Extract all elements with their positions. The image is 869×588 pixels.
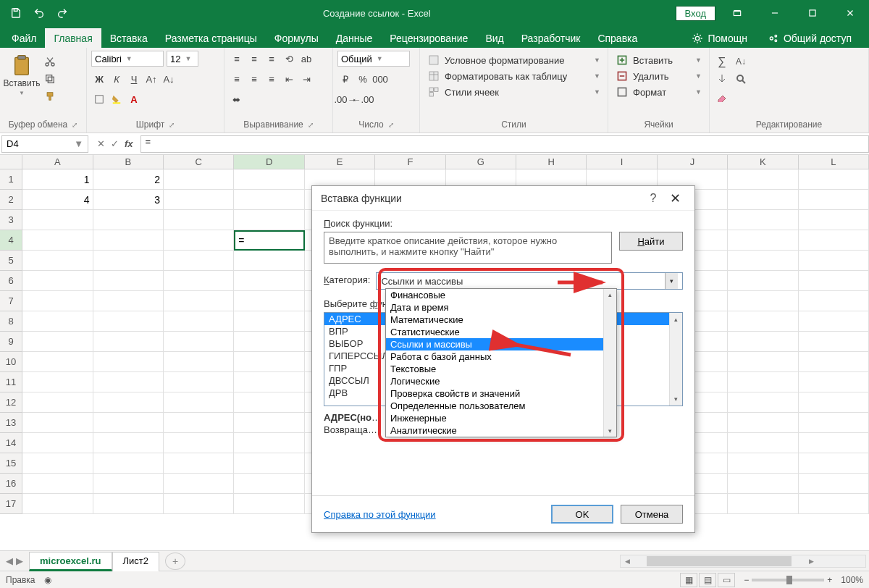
row-header[interactable]: 4 bbox=[0, 230, 22, 251]
category-option[interactable]: Работа с базой данных bbox=[386, 350, 616, 363]
cell[interactable] bbox=[164, 291, 234, 311]
cell[interactable] bbox=[164, 474, 234, 494]
cell[interactable] bbox=[164, 210, 234, 230]
cell[interactable] bbox=[728, 433, 798, 453]
help-link[interactable]: Справка по этой функции bbox=[324, 509, 436, 520]
page-layout-view-icon[interactable]: ▤ bbox=[699, 573, 716, 587]
sheet-tab[interactable]: Лист2 bbox=[112, 552, 159, 571]
row-header[interactable]: 9 bbox=[0, 332, 22, 352]
cell[interactable] bbox=[799, 210, 869, 230]
page-break-view-icon[interactable]: ▭ bbox=[718, 573, 735, 587]
ribbon-options-icon[interactable] bbox=[721, 0, 753, 26]
cell[interactable] bbox=[728, 453, 798, 474]
clear-icon[interactable] bbox=[714, 90, 730, 103]
col-header[interactable]: J bbox=[658, 155, 728, 169]
launcher-icon[interactable]: ⤢ bbox=[72, 121, 77, 129]
delete-cells-button[interactable]: Удалить▼ bbox=[613, 70, 705, 83]
align-left-icon[interactable]: ≡ bbox=[229, 71, 245, 87]
row-header[interactable]: 15 bbox=[0, 453, 22, 474]
search-input[interactable]: Введите краткое описание действия, котор… bbox=[324, 232, 612, 264]
cell[interactable] bbox=[93, 230, 164, 251]
cell[interactable] bbox=[93, 251, 164, 271]
cell[interactable]: 2 bbox=[93, 169, 164, 190]
cell[interactable] bbox=[799, 372, 869, 392]
cell[interactable] bbox=[93, 210, 164, 230]
tab-Вставка[interactable]: Вставка bbox=[101, 28, 156, 48]
cell[interactable] bbox=[234, 433, 304, 453]
decrease-decimal-icon[interactable]: ←.00 bbox=[355, 91, 371, 107]
macro-record-icon[interactable]: ◉ bbox=[44, 575, 51, 585]
cell[interactable] bbox=[234, 392, 304, 413]
maximize-icon[interactable] bbox=[797, 0, 828, 26]
format-cells-button[interactable]: Формат▼ bbox=[613, 85, 705, 98]
redo-icon[interactable] bbox=[52, 3, 72, 23]
cell[interactable] bbox=[728, 190, 798, 210]
dialog-help-icon[interactable]: ? bbox=[642, 192, 664, 205]
format-painter-icon[interactable] bbox=[42, 90, 58, 103]
cell[interactable] bbox=[22, 392, 93, 413]
wrap-text-icon[interactable]: ab bbox=[298, 51, 314, 67]
cell[interactable] bbox=[22, 413, 93, 433]
cell[interactable] bbox=[93, 413, 164, 433]
insert-cells-button[interactable]: Вставить▼ bbox=[613, 54, 705, 67]
zoom-slider[interactable] bbox=[752, 579, 824, 581]
zoom-out-icon[interactable]: − bbox=[744, 575, 749, 585]
tab-Справка[interactable]: Справка bbox=[589, 28, 646, 48]
cell[interactable] bbox=[234, 251, 304, 271]
cell[interactable] bbox=[234, 494, 304, 514]
cell[interactable] bbox=[93, 494, 164, 514]
cell[interactable] bbox=[728, 413, 798, 433]
cell[interactable] bbox=[22, 433, 93, 453]
increase-font-icon[interactable]: A↑ bbox=[143, 71, 159, 87]
cell[interactable] bbox=[93, 372, 164, 392]
cell[interactable] bbox=[234, 413, 304, 433]
cell[interactable] bbox=[234, 271, 304, 291]
orientation-icon[interactable]: ⟲ bbox=[281, 51, 297, 67]
cell[interactable] bbox=[93, 453, 164, 474]
scrollbar[interactable]: ▴▾ bbox=[669, 313, 682, 406]
cell[interactable] bbox=[799, 392, 869, 413]
save-icon[interactable] bbox=[6, 3, 26, 23]
row-header[interactable]: 11 bbox=[0, 372, 22, 392]
cell[interactable] bbox=[22, 332, 93, 352]
category-option[interactable]: Определенные пользователем bbox=[386, 400, 616, 412]
cell[interactable] bbox=[799, 291, 869, 311]
cell[interactable] bbox=[93, 474, 164, 494]
currency-icon[interactable]: ₽ bbox=[337, 71, 353, 87]
cell[interactable] bbox=[22, 494, 93, 514]
col-header[interactable]: D bbox=[234, 155, 304, 169]
category-option[interactable]: Текстовые bbox=[386, 363, 616, 375]
paste-button[interactable]: Вставить ▼ bbox=[4, 51, 39, 96]
cell[interactable] bbox=[799, 413, 869, 433]
cell[interactable] bbox=[93, 392, 164, 413]
bold-button[interactable]: Ж bbox=[91, 71, 107, 87]
row-header[interactable]: 3 bbox=[0, 210, 22, 230]
category-option[interactable]: Ссылки и массивы bbox=[386, 338, 616, 350]
cell[interactable] bbox=[22, 372, 93, 392]
add-sheet-button[interactable]: + bbox=[165, 553, 185, 570]
formula-input[interactable]: = bbox=[140, 135, 869, 153]
cell[interactable] bbox=[799, 433, 869, 453]
tab-Разработчик[interactable]: Разработчик bbox=[513, 28, 589, 48]
launcher-icon[interactable]: ⤢ bbox=[388, 121, 394, 129]
cell[interactable] bbox=[234, 311, 304, 332]
cell[interactable] bbox=[22, 230, 93, 251]
cell[interactable] bbox=[164, 494, 234, 514]
find-select-icon[interactable] bbox=[733, 72, 749, 85]
cell[interactable] bbox=[22, 474, 93, 494]
category-option[interactable]: Статистические bbox=[386, 326, 616, 338]
sort-filter-icon[interactable]: A↓ bbox=[733, 55, 749, 68]
row-header[interactable]: 14 bbox=[0, 433, 22, 453]
cell[interactable] bbox=[728, 271, 798, 291]
cell[interactable] bbox=[799, 332, 869, 352]
cell[interactable] bbox=[22, 311, 93, 332]
find-button[interactable]: Найти bbox=[619, 232, 683, 251]
row-header[interactable]: 1 bbox=[0, 169, 22, 190]
merge-icon[interactable]: ⬌ bbox=[229, 91, 244, 107]
select-all-corner[interactable] bbox=[0, 155, 22, 169]
cell[interactable] bbox=[234, 453, 304, 474]
undo-icon[interactable] bbox=[29, 3, 49, 23]
cancel-button[interactable]: Отмена bbox=[621, 505, 683, 524]
row-header[interactable]: 17 bbox=[0, 494, 22, 514]
cell[interactable] bbox=[22, 210, 93, 230]
